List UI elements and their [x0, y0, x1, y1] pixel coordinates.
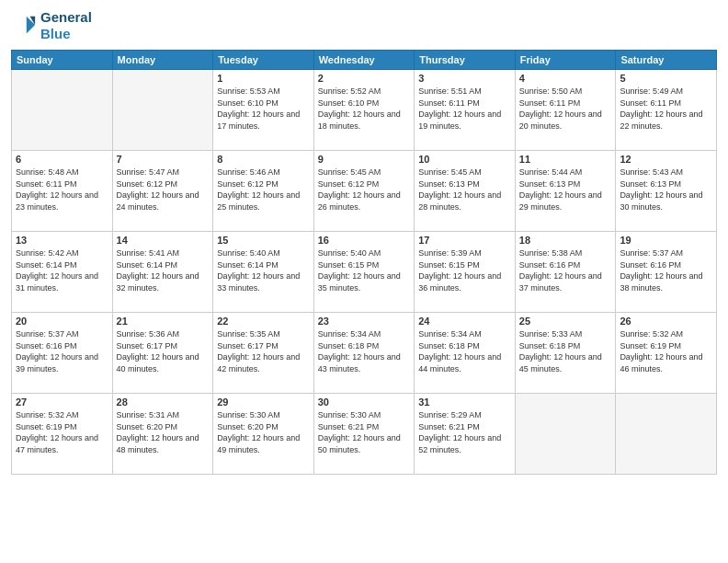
day-info: Sunrise: 5:46 AM Sunset: 6:12 PM Dayligh… — [217, 167, 310, 213]
calendar-cell: 1Sunrise: 5:53 AM Sunset: 6:10 PM Daylig… — [213, 70, 314, 151]
day-info: Sunrise: 5:31 AM Sunset: 6:20 PM Dayligh… — [117, 409, 210, 455]
day-number: 3 — [418, 73, 511, 84]
day-number: 27 — [16, 396, 108, 408]
day-number: 24 — [418, 316, 511, 327]
week-row-3: 20Sunrise: 5:37 AM Sunset: 6:16 PM Dayli… — [12, 313, 717, 394]
day-number: 21 — [117, 316, 210, 327]
calendar-body: 1Sunrise: 5:53 AM Sunset: 6:10 PM Daylig… — [12, 70, 717, 475]
day-info: Sunrise: 5:38 AM Sunset: 6:16 PM Dayligh… — [519, 247, 612, 293]
calendar-cell: 26Sunrise: 5:32 AM Sunset: 6:19 PM Dayli… — [616, 313, 717, 394]
logo-text: General Blue — [40, 9, 92, 42]
day-info: Sunrise: 5:30 AM Sunset: 6:21 PM Dayligh… — [318, 409, 411, 455]
weekday-header-row: SundayMondayTuesdayWednesdayThursdayFrid… — [12, 51, 717, 70]
day-info: Sunrise: 5:39 AM Sunset: 6:15 PM Dayligh… — [418, 247, 511, 293]
day-number: 31 — [418, 396, 511, 408]
calendar-cell: 17Sunrise: 5:39 AM Sunset: 6:15 PM Dayli… — [415, 232, 516, 313]
day-number: 16 — [318, 235, 411, 246]
calendar-cell: 27Sunrise: 5:32 AM Sunset: 6:19 PM Dayli… — [12, 394, 113, 475]
calendar-cell: 4Sunrise: 5:50 AM Sunset: 6:11 PM Daylig… — [515, 70, 616, 151]
calendar-cell: 15Sunrise: 5:40 AM Sunset: 6:14 PM Dayli… — [213, 232, 314, 313]
day-info: Sunrise: 5:37 AM Sunset: 6:16 PM Dayligh… — [620, 247, 712, 293]
day-info: Sunrise: 5:40 AM Sunset: 6:14 PM Dayligh… — [217, 247, 310, 293]
calendar-cell: 5Sunrise: 5:49 AM Sunset: 6:11 PM Daylig… — [616, 70, 717, 151]
day-info: Sunrise: 5:33 AM Sunset: 6:18 PM Dayligh… — [519, 328, 612, 374]
day-number: 1 — [217, 73, 310, 84]
calendar-cell: 21Sunrise: 5:36 AM Sunset: 6:17 PM Dayli… — [112, 313, 213, 394]
weekday-saturday: Saturday — [616, 51, 717, 70]
day-number: 20 — [16, 316, 108, 327]
calendar-cell: 19Sunrise: 5:37 AM Sunset: 6:16 PM Dayli… — [616, 232, 717, 313]
day-info: Sunrise: 5:40 AM Sunset: 6:15 PM Dayligh… — [318, 247, 411, 293]
calendar-cell: 16Sunrise: 5:40 AM Sunset: 6:15 PM Dayli… — [313, 232, 415, 313]
weekday-tuesday: Tuesday — [213, 51, 314, 70]
day-number: 26 — [620, 316, 712, 327]
day-number: 15 — [217, 235, 310, 246]
day-number: 7 — [117, 154, 210, 165]
calendar-cell: 29Sunrise: 5:30 AM Sunset: 6:20 PM Dayli… — [213, 394, 314, 475]
day-info: Sunrise: 5:48 AM Sunset: 6:11 PM Dayligh… — [16, 167, 108, 213]
day-number: 19 — [620, 235, 712, 246]
day-info: Sunrise: 5:53 AM Sunset: 6:10 PM Dayligh… — [217, 86, 310, 132]
day-info: Sunrise: 5:36 AM Sunset: 6:17 PM Dayligh… — [117, 328, 210, 374]
page: General Blue SundayMondayTuesdayWednesda… — [0, 0, 728, 563]
calendar-cell: 24Sunrise: 5:34 AM Sunset: 6:18 PM Dayli… — [415, 313, 516, 394]
day-info: Sunrise: 5:32 AM Sunset: 6:19 PM Dayligh… — [16, 409, 108, 455]
day-info: Sunrise: 5:34 AM Sunset: 6:18 PM Dayligh… — [418, 328, 511, 374]
calendar-cell: 18Sunrise: 5:38 AM Sunset: 6:16 PM Dayli… — [515, 232, 616, 313]
day-info: Sunrise: 5:45 AM Sunset: 6:13 PM Dayligh… — [418, 167, 511, 213]
day-info: Sunrise: 5:41 AM Sunset: 6:14 PM Dayligh… — [117, 247, 210, 293]
day-number: 14 — [117, 235, 210, 246]
day-number: 28 — [117, 396, 210, 408]
calendar-cell: 22Sunrise: 5:35 AM Sunset: 6:17 PM Dayli… — [213, 313, 314, 394]
day-number: 23 — [318, 316, 411, 327]
calendar-cell: 23Sunrise: 5:34 AM Sunset: 6:18 PM Dayli… — [313, 313, 415, 394]
day-number: 18 — [519, 235, 612, 246]
calendar-cell — [112, 70, 213, 151]
calendar-cell: 7Sunrise: 5:47 AM Sunset: 6:12 PM Daylig… — [112, 151, 213, 232]
day-info: Sunrise: 5:37 AM Sunset: 6:16 PM Dayligh… — [16, 328, 108, 374]
calendar-cell: 28Sunrise: 5:31 AM Sunset: 6:20 PM Dayli… — [112, 394, 213, 475]
week-row-1: 6Sunrise: 5:48 AM Sunset: 6:11 PM Daylig… — [12, 151, 717, 232]
header: General Blue — [11, 9, 717, 42]
calendar-cell: 3Sunrise: 5:51 AM Sunset: 6:11 PM Daylig… — [415, 70, 516, 151]
day-number: 6 — [16, 154, 108, 165]
day-info: Sunrise: 5:52 AM Sunset: 6:10 PM Dayligh… — [318, 86, 411, 132]
day-info: Sunrise: 5:49 AM Sunset: 6:11 PM Dayligh… — [620, 86, 712, 132]
day-info: Sunrise: 5:35 AM Sunset: 6:17 PM Dayligh… — [217, 328, 310, 374]
day-info: Sunrise: 5:47 AM Sunset: 6:12 PM Dayligh… — [117, 167, 210, 213]
logo-icon — [11, 13, 37, 39]
weekday-monday: Monday — [112, 51, 213, 70]
day-number: 30 — [318, 396, 411, 408]
calendar-cell: 11Sunrise: 5:44 AM Sunset: 6:13 PM Dayli… — [515, 151, 616, 232]
calendar-cell: 8Sunrise: 5:46 AM Sunset: 6:12 PM Daylig… — [213, 151, 314, 232]
day-number: 5 — [620, 73, 712, 84]
day-number: 11 — [519, 154, 612, 165]
calendar-cell: 20Sunrise: 5:37 AM Sunset: 6:16 PM Dayli… — [12, 313, 113, 394]
calendar-cell — [515, 394, 616, 475]
weekday-wednesday: Wednesday — [313, 51, 415, 70]
day-number: 17 — [418, 235, 511, 246]
calendar-cell — [12, 70, 113, 151]
day-number: 8 — [217, 154, 310, 165]
weekday-friday: Friday — [515, 51, 616, 70]
weekday-sunday: Sunday — [12, 51, 113, 70]
day-number: 9 — [318, 154, 411, 165]
day-info: Sunrise: 5:50 AM Sunset: 6:11 PM Dayligh… — [519, 86, 612, 132]
calendar-cell: 31Sunrise: 5:29 AM Sunset: 6:21 PM Dayli… — [415, 394, 516, 475]
calendar-cell: 2Sunrise: 5:52 AM Sunset: 6:10 PM Daylig… — [313, 70, 415, 151]
day-info: Sunrise: 5:43 AM Sunset: 6:13 PM Dayligh… — [620, 167, 712, 213]
day-info: Sunrise: 5:44 AM Sunset: 6:13 PM Dayligh… — [519, 167, 612, 213]
day-info: Sunrise: 5:30 AM Sunset: 6:20 PM Dayligh… — [217, 409, 310, 455]
week-row-2: 13Sunrise: 5:42 AM Sunset: 6:14 PM Dayli… — [12, 232, 717, 313]
weekday-thursday: Thursday — [415, 51, 516, 70]
day-info: Sunrise: 5:32 AM Sunset: 6:19 PM Dayligh… — [620, 328, 712, 374]
day-number: 12 — [620, 154, 712, 165]
calendar-cell: 30Sunrise: 5:30 AM Sunset: 6:21 PM Dayli… — [313, 394, 415, 475]
calendar-cell: 25Sunrise: 5:33 AM Sunset: 6:18 PM Dayli… — [515, 313, 616, 394]
calendar-cell: 12Sunrise: 5:43 AM Sunset: 6:13 PM Dayli… — [616, 151, 717, 232]
day-info: Sunrise: 5:34 AM Sunset: 6:18 PM Dayligh… — [318, 328, 411, 374]
week-row-0: 1Sunrise: 5:53 AM Sunset: 6:10 PM Daylig… — [12, 70, 717, 151]
day-number: 10 — [418, 154, 511, 165]
day-number: 4 — [519, 73, 612, 84]
day-number: 22 — [217, 316, 310, 327]
